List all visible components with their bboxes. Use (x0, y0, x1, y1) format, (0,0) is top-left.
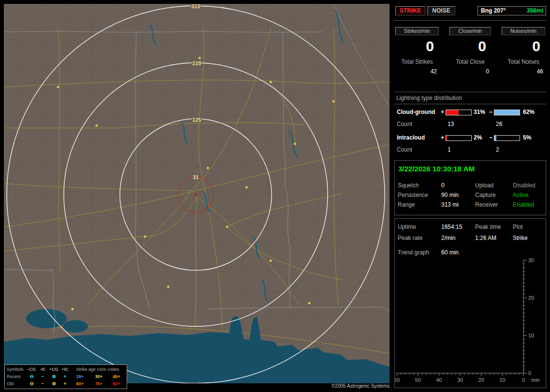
peak-rate-label: Peak rate (398, 235, 422, 241)
peak-rate-value: 2/min (441, 235, 455, 241)
plot-mode-value[interactable]: Strike (513, 235, 528, 241)
intracloud-row: Intracloud + 2% − 5% (394, 134, 546, 142)
cg-positive-count: 13 (448, 121, 454, 127)
ic-negative-bar (494, 135, 520, 141)
map-legend: Symbols -CG -IC +CG +IC Strike age color… (4, 364, 127, 389)
svg-text:10: 10 (499, 377, 505, 383)
strikes-per-min-button[interactable]: Strikes/min (395, 27, 439, 35)
count-label: Count (397, 121, 412, 127)
svg-text:30: 30 (528, 258, 534, 263)
plus-sign: + (441, 109, 444, 115)
squelch-value: 0 (441, 182, 445, 189)
ring-label-219: 219 (192, 60, 201, 66)
neg-cg-old-icon: ⊖ (26, 381, 37, 386)
noises-per-min-value: 0 (502, 38, 545, 55)
receiver-location-marker (195, 194, 197, 196)
bearing-distance: 356mi (527, 7, 543, 15)
strike-toggle-button[interactable]: STRIKE (395, 6, 425, 15)
ic-positive-bar (446, 135, 472, 141)
close-counter-column: Close/min 0 Total Close 0 (449, 27, 491, 75)
persistence-value: 90 min (441, 192, 459, 198)
close-per-min-button[interactable]: Close/min (449, 27, 491, 35)
bearing-readout[interactable]: Bng 207° 356mi (478, 6, 546, 15)
legend-old-label: Old (5, 381, 26, 386)
neg-ic-old-icon: − (37, 381, 48, 386)
cg-negative-pct: 62% (523, 109, 535, 115)
age-code-45: 45+ (108, 374, 125, 379)
age-code-90: 90+ (108, 381, 125, 386)
capture-label: Capture (475, 192, 496, 198)
ic-negative-count: 2 (496, 146, 499, 153)
plus-sign: + (441, 134, 444, 141)
noise-toggle-button[interactable]: NOISE (427, 6, 455, 15)
legend-symbols-header: Symbols (5, 367, 26, 372)
cloud-ground-row: Cloud-ground + 31% − 62% (394, 109, 546, 116)
cg-positive-bar (446, 110, 472, 115)
svg-text:20: 20 (478, 377, 484, 383)
lightning-map[interactable]: 313 219 125 31 (4, 4, 390, 383)
strikes-counter-column: Strikes/min 0 Total Strikes 42 (395, 27, 439, 75)
total-strikes-label: Total Strikes (395, 58, 439, 65)
pos-cg-old-icon: ⊕ (48, 381, 59, 386)
legend-type-pos-cg: +CG (48, 367, 59, 372)
cloud-ground-label: Cloud-ground (397, 109, 435, 115)
svg-text:0: 0 (522, 377, 525, 383)
count-label: Count (397, 146, 412, 153)
ic-negative-pct: 5% (523, 134, 531, 141)
pos-ic-old-icon: + (59, 381, 71, 386)
svg-text:40: 40 (436, 377, 442, 383)
total-noises-label: Total Noises (502, 58, 545, 65)
strikes-per-min-value: 0 (395, 38, 439, 55)
ring-label-31: 31 (193, 174, 199, 180)
age-code-30: 30+ (89, 374, 108, 379)
svg-text:20: 20 (528, 295, 534, 301)
upload-label: Upload (475, 182, 493, 189)
trend-window-value[interactable]: 60 min (441, 249, 459, 256)
age-code-60: 60+ (71, 381, 89, 386)
ring-label-313: 313 (191, 4, 200, 9)
svg-text:0: 0 (528, 370, 531, 376)
persistence-label: Persistence (398, 192, 428, 198)
noises-per-min-button[interactable]: Noises/min (502, 27, 545, 35)
trend-graph: 30201006050403020100min (395, 258, 546, 386)
neg-ic-recent-icon: − (37, 374, 48, 379)
upload-status: Disabled (513, 182, 536, 189)
peak-time-value: 1:26 AM (475, 235, 496, 241)
peak-time-label: Peak time (475, 224, 501, 230)
total-close-label: Total Close (449, 58, 491, 65)
total-strikes-value: 42 (395, 68, 439, 75)
uptime-value: 1654:15 (441, 224, 462, 230)
legend-type-pos-ic: +IC (59, 367, 71, 372)
total-close-value: 0 (449, 68, 491, 75)
svg-text:10: 10 (528, 333, 534, 338)
divider (394, 92, 546, 92)
ic-positive-pct: 2% (474, 134, 482, 141)
close-per-min-value: 0 (449, 38, 491, 55)
age-code-15: 15+ (71, 374, 89, 379)
squelch-label: Squelch (398, 182, 419, 189)
legend-age-header: Strike age color codes (71, 367, 125, 372)
range-value: 313 mi (441, 201, 459, 208)
cg-negative-bar (494, 110, 520, 115)
datetime-display: 3/22/2026 10:30:18 AM (398, 165, 475, 173)
divider (394, 104, 546, 104)
receiver-status: Enabled (513, 201, 534, 208)
ring-label-125: 125 (192, 117, 201, 123)
pos-cg-recent-icon: ⊕ (48, 374, 59, 379)
legend-type-neg-cg: -CG (26, 367, 37, 372)
bearing-label: Bng 207° (481, 7, 506, 15)
cloud-ground-count-row: Count 13 26 (394, 121, 546, 128)
app-window: 313 219 125 31 Symbols -CG -IC +CG +IC S… (0, 0, 550, 392)
svg-text:60: 60 (395, 377, 400, 383)
total-noises-value: 46 (502, 68, 545, 75)
age-code-75: 75+ (89, 381, 108, 386)
minus-sign: − (489, 109, 492, 115)
distribution-title: Lightning type distribution (396, 95, 462, 101)
divider (394, 20, 546, 21)
legend-recent-label: Recent (5, 374, 26, 379)
range-label: Range (398, 201, 415, 208)
svg-text:min: min (531, 377, 540, 383)
uptime-label: Uptime (398, 224, 416, 230)
capture-status: Active (513, 192, 529, 198)
pos-ic-recent-icon: + (59, 374, 71, 379)
